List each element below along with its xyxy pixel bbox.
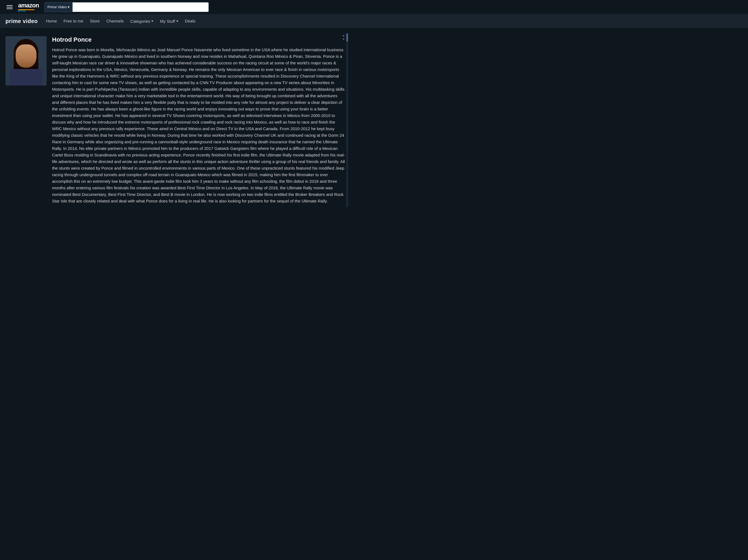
scroll-thumb[interactable] [346, 33, 348, 42]
amazon-wordmark: amazon [18, 2, 39, 9]
bio-text-container: Hotrod Ponce Hotrod Ponce was born in Mo… [52, 36, 345, 204]
nav-dropdown-my-stuff[interactable]: My Stuff [160, 19, 178, 24]
nav-links-list: Home Free to me Store Channels Categorie… [46, 19, 195, 24]
nav-link-deals[interactable]: Deals [185, 19, 195, 23]
categories-chevron-down-icon [151, 21, 154, 22]
main-content: Hotrod Ponce Hotrod Ponce was born in Mo… [0, 28, 351, 213]
search-dropdown-label: Prime Video ▾ [47, 5, 70, 9]
hamburger-menu-button[interactable] [4, 4, 15, 10]
prime-video-brand: prime video [5, 18, 38, 24]
nav-link-categories: Categories [131, 19, 150, 24]
search-category-dropdown[interactable]: Prime Video ▾ [44, 2, 72, 12]
prime-wordmark: prime [18, 9, 39, 12]
nav-item-categories[interactable]: Categories [131, 19, 154, 24]
nav-item-channels[interactable]: Channels [106, 19, 123, 24]
nav-item-my-stuff[interactable]: My Stuff [160, 19, 178, 24]
person-name: Hotrod Ponce [52, 36, 345, 43]
nav-item-home[interactable]: Home [46, 19, 57, 24]
search-input[interactable] [72, 2, 209, 12]
nav-dropdown-categories[interactable]: Categories [131, 19, 154, 24]
scroll-track[interactable] [346, 33, 348, 207]
nav-link-store[interactable]: Store [90, 19, 100, 23]
scroll-up-arrow[interactable]: ▲ [342, 33, 345, 37]
top-bar: amazon prime Prime Video ▾ [0, 0, 748, 14]
search-bar: Prime Video ▾ [44, 2, 209, 12]
nav-item-deals[interactable]: Deals [185, 19, 195, 24]
scrollbar[interactable]: ▲ ▼ [342, 33, 345, 207]
my-stuff-chevron-down-icon [176, 21, 178, 22]
nav-item-free-to-me[interactable]: Free to me [64, 19, 84, 24]
nav-link-home[interactable]: Home [46, 19, 57, 23]
bio-container: Hotrod Ponce Hotrod Ponce was born in Mo… [5, 33, 345, 207]
bio-text: Hotrod Ponce was born in Morelia, Michoa… [52, 47, 345, 204]
navigation-bar: prime video Home Free to me Store Channe… [0, 14, 748, 28]
nav-link-channels[interactable]: Channels [106, 19, 123, 23]
scroll-down-arrow[interactable]: ▼ [342, 37, 345, 41]
amazon-logo: amazon prime [18, 2, 39, 12]
photo-body [9, 69, 43, 86]
nav-link-my-stuff: My Stuff [160, 19, 175, 24]
photo-face [16, 44, 37, 68]
nav-link-free-to-me[interactable]: Free to me [64, 19, 84, 23]
nav-item-store[interactable]: Store [90, 19, 100, 24]
person-photo [5, 36, 47, 86]
